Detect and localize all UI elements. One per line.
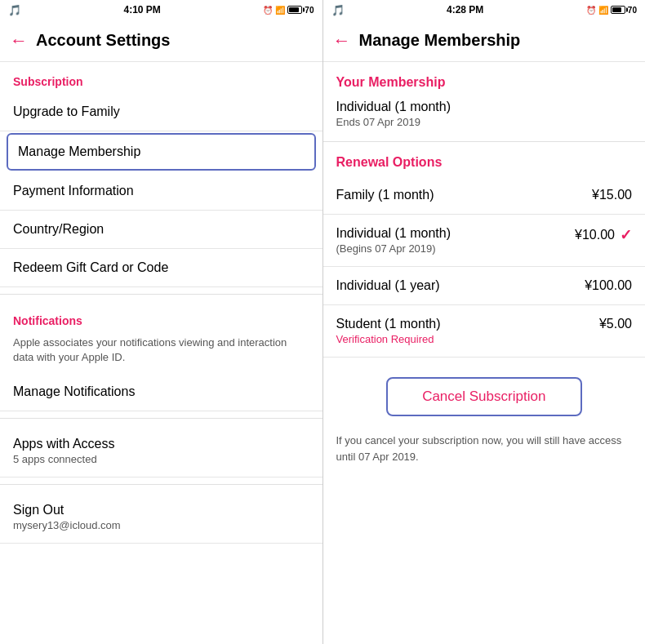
section-label-notifications: Notifications [0,301,322,332]
your-membership-section: Your Membership Individual (1 month) End… [323,62,646,141]
nav-header-right: ← Manage Membership [323,20,646,62]
alarm-icon-right: ⏰ [586,6,596,15]
menu-item-upgrade[interactable]: Upgrade to Family [0,93,322,131]
status-icons-left: ⏰ 📶 70 [263,6,314,15]
menu-item-redeem[interactable]: Redeem Gift Card or Code [0,249,322,287]
time-left: 4:10 PM [124,4,161,16]
battery-pct: 70 [305,6,314,15]
menu-item-manage-notifications[interactable]: Manage Notifications [0,373,322,411]
your-membership-label: Your Membership [323,62,646,96]
left-screen: 🎵 4:10 PM ⏰ 📶 70 ← Account Settings Subs… [0,0,323,644]
option-name-student: Student (1 month) [336,317,441,331]
current-plan-name: Individual (1 month) [336,100,633,114]
status-bar-right: 🎵 4:28 PM ⏰ 📶 70 [323,0,646,20]
status-icons-right: ⏰ 📶 70 [586,6,637,15]
cancel-button-container: Cancel Subscription [323,358,646,429]
section-apps: Apps with Access 5 apps connected [0,425,322,477]
divider-2 [0,418,322,419]
section-account: Sign Out mysery13@icloud.com [0,491,322,544]
option-price-individual-1m: ¥10.00 [575,228,615,242]
alarm-icon: ⏰ [263,6,273,15]
menu-item-manage-membership[interactable]: Manage Membership [7,133,316,171]
content-right: Your Membership Individual (1 month) End… [323,62,646,644]
option-verification-student: Verification Required [336,333,441,345]
section-label-subscription: Subscription [0,62,322,93]
renewal-options-label: Renewal Options [323,142,646,176]
renewal-option-individual-1y[interactable]: Individual (1 year) ¥100.00 [323,267,646,305]
battery-pct-right: 70 [628,6,637,15]
time-right: 4:28 PM [447,4,483,16]
cancel-subscription-button[interactable]: Cancel Subscription [386,377,582,416]
current-plan: Individual (1 month) Ends 07 Apr 2019 [323,96,646,141]
battery-icon-right [611,6,625,14]
wifi-icon-right: 📶 [598,6,608,15]
menu-item-apps[interactable]: Apps with Access 5 apps connected [0,425,322,477]
selected-checkmark: ✓ [620,226,632,244]
renewal-option-individual-1m[interactable]: Individual (1 month) (Begins 07 Apr 2019… [323,215,646,267]
option-name-individual-1y: Individual (1 year) [336,278,440,293]
divider-1 [0,294,322,295]
section-notifications: Notifications Apple associates your noti… [0,301,322,411]
page-title-left: Account Settings [36,31,170,50]
divider-3 [0,484,322,485]
option-price-student: ¥5.00 [599,317,632,331]
right-screen: 🎵 4:28 PM ⏰ 📶 70 ← Manage Membership You… [323,0,646,644]
back-button-left[interactable]: ← [10,32,28,50]
menu-item-signout[interactable]: Sign Out mysery13@icloud.com [0,491,322,544]
option-price-family: ¥15.00 [592,188,632,202]
wifi-icon: 📶 [275,6,285,15]
notifications-desc: Apple associates your notifications view… [0,332,322,373]
nav-header-left: ← Account Settings [0,20,322,62]
page-title-right: Manage Membership [359,31,521,50]
section-subscription: Subscription Upgrade to Family Manage Me… [0,62,322,287]
current-plan-end: Ends 07 Apr 2019 [336,116,633,128]
renewal-option-student-1m[interactable]: Student (1 month) Verification Required … [323,305,646,358]
option-price-individual-1y: ¥100.00 [585,278,632,293]
option-name-individual-1m: Individual (1 month) [336,226,452,241]
status-bar-left: 🎵 4:10 PM ⏰ 📶 70 [0,0,322,20]
menu-item-country[interactable]: Country/Region [0,211,322,249]
cancel-note: If you cancel your subscription now, you… [323,429,646,477]
back-button-right[interactable]: ← [333,32,351,50]
app-icon-right: 🎵 [331,4,345,16]
renewal-options-section: Renewal Options Family (1 month) ¥15.00 … [323,142,646,358]
app-icon-left: 🎵 [8,4,21,16]
content-left: Subscription Upgrade to Family Manage Me… [0,62,322,644]
battery-icon [287,6,302,14]
renewal-option-family-1m[interactable]: Family (1 month) ¥15.00 [323,176,646,215]
option-note-individual-1m: (Begins 07 Apr 2019) [336,242,452,255]
menu-item-payment[interactable]: Payment Information [0,172,322,211]
option-name-family: Family (1 month) [336,188,434,202]
